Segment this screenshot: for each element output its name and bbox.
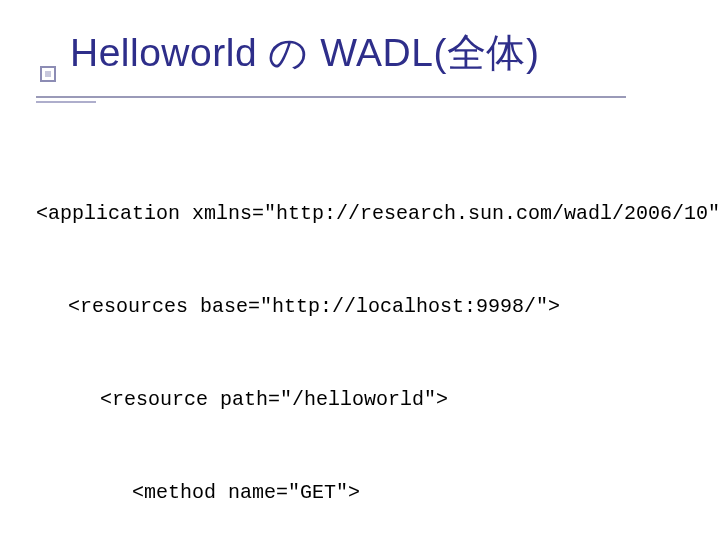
divider-line — [36, 96, 626, 98]
code-line: <application xmlns="http://research.sun.… — [36, 198, 684, 229]
slide-title: Helloworld の WADL(全体) — [70, 26, 684, 80]
title-block: Helloworld の WADL(全体) — [36, 26, 684, 80]
divider-accent — [36, 101, 96, 103]
code-block: <application xmlns="http://research.sun.… — [36, 136, 684, 540]
code-line: <method name="GET"> — [36, 477, 684, 508]
slide: Helloworld の WADL(全体) <application xmlns… — [0, 0, 720, 540]
code-line: <resource path="/helloworld"> — [36, 384, 684, 415]
code-line: <resources base="http://localhost:9998/"… — [36, 291, 684, 322]
bullet-icon — [40, 66, 56, 82]
